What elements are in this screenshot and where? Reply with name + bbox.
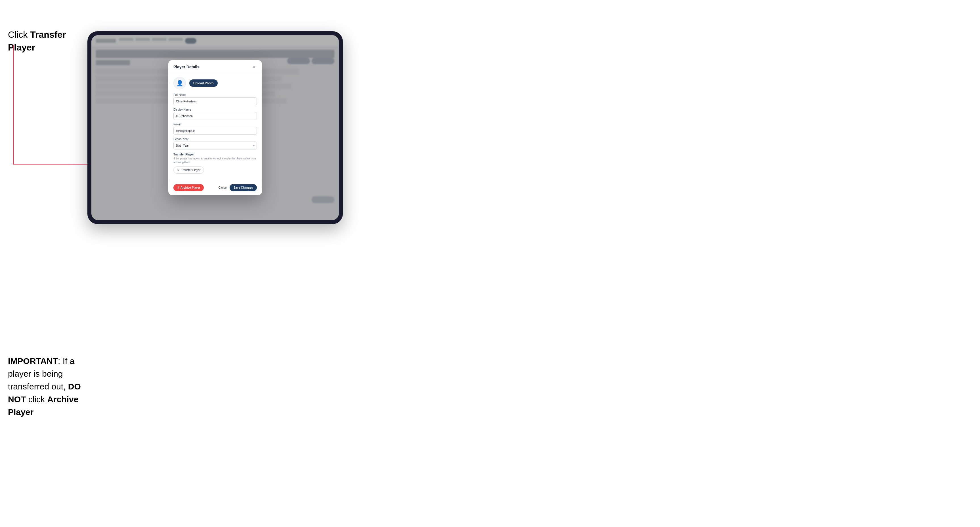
modal-header: Player Details × [168,60,262,73]
tablet-screen: Player Details × 👤 Upload Photo [91,35,339,220]
footer-right-actions: Cancel Save Changes [218,184,257,191]
archive-player-button[interactable]: ⬇ Archive Player [173,184,204,191]
school-year-select-wrapper: Sixth Year ▾ [173,141,257,149]
important-note: IMPORTANT: If a player is being transfer… [8,354,96,418]
save-changes-button[interactable]: Save Changes [230,184,257,191]
school-year-label: School Year [173,138,257,141]
modal-close-button[interactable]: × [251,64,257,70]
modal-title: Player Details [173,65,199,69]
photo-upload-row: 👤 Upload Photo [173,77,257,89]
transfer-section-title: Transfer Player [173,153,257,156]
player-details-modal: Player Details × 👤 Upload Photo [168,60,262,195]
full-name-group: Full Name [173,93,257,105]
display-name-group: Display Name [173,108,257,120]
avatar-placeholder: 👤 [173,77,186,89]
modal-body: 👤 Upload Photo Full Name Display Name [168,73,262,181]
cancel-button[interactable]: Cancel [218,186,227,189]
click-instruction-area: Click Transfer Player [8,29,88,54]
transfer-player-button[interactable]: ↻ Transfer Player [173,167,204,174]
person-icon: 👤 [176,80,183,87]
modal-footer: ⬇ Archive Player Cancel Save Changes [168,181,262,195]
display-name-input[interactable] [173,112,257,120]
school-year-select[interactable]: Sixth Year [173,141,257,149]
full-name-input[interactable] [173,97,257,105]
tablet-device: Player Details × 👤 Upload Photo [88,31,343,224]
arrow-vertical-line [13,45,14,165]
close-icon: × [253,64,255,70]
transfer-icon: ↻ [177,168,180,172]
display-name-label: Display Name [173,108,257,111]
click-instruction-text: Click Transfer Player [8,29,88,54]
school-year-group: School Year Sixth Year ▾ [173,138,257,149]
email-label: Email [173,123,257,126]
modal-overlay: Player Details × 👤 Upload Photo [91,35,339,220]
transfer-player-section: Transfer Player If this player has moved… [173,153,257,173]
upload-photo-button[interactable]: Upload Photo [189,79,218,87]
full-name-label: Full Name [173,93,257,97]
email-input[interactable] [173,127,257,135]
transfer-section-desc: If this player has moved to another scho… [173,157,257,164]
email-group: Email [173,123,257,135]
archive-icon: ⬇ [177,186,179,189]
